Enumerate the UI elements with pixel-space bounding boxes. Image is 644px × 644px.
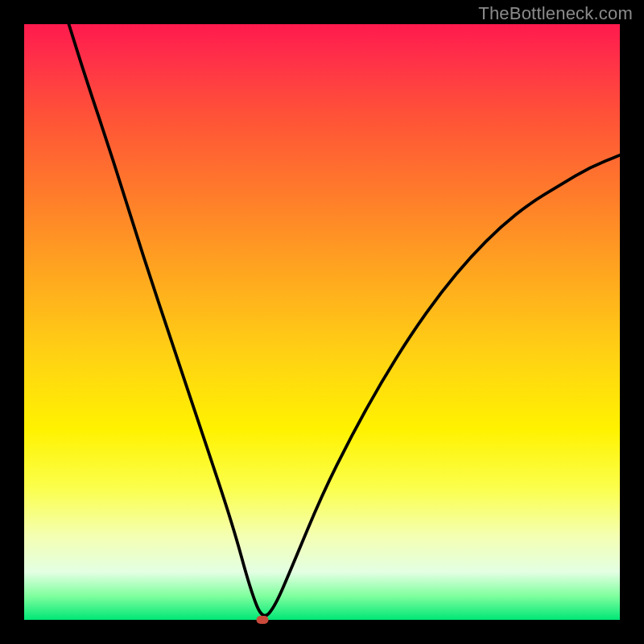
bottleneck-curve: [69, 24, 621, 616]
chart-frame: TheBottleneck.com: [0, 0, 644, 644]
curve-svg: [24, 24, 620, 620]
plot-area: [24, 24, 620, 620]
watermark-text: TheBottleneck.com: [478, 3, 633, 24]
result-marker: [257, 616, 269, 624]
